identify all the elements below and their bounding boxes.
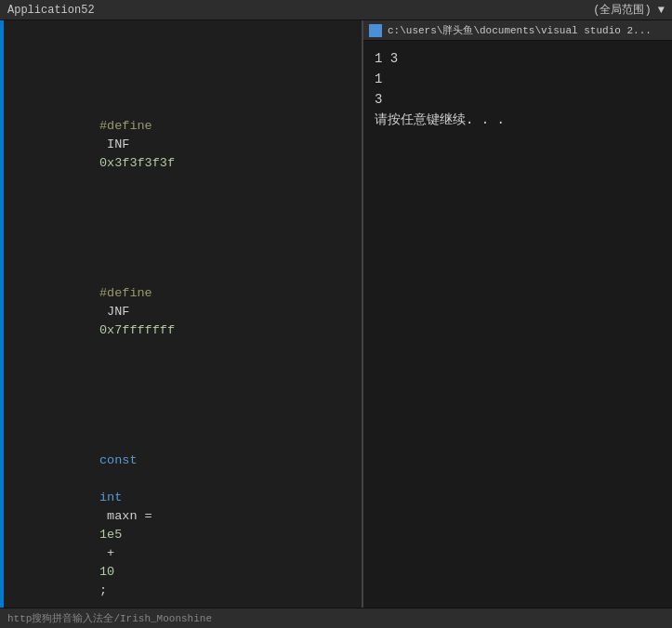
code-line-1: #define INF 0x3f3f3f3f (4, 98, 362, 191)
dropdown-arrow-icon: ▼ (658, 4, 665, 17)
app-title: Application52 (7, 4, 95, 17)
output-path: c:\users\胖头鱼\documents\visual studio 2..… (388, 23, 652, 37)
status-text: http搜狗拼音输入法全/Irish_Moonshine (7, 611, 212, 625)
output-line-2: 1 (375, 69, 661, 89)
code-editor-pane: #define INF 0x3f3f3f3f #define JNF 0x7ff… (4, 20, 362, 608)
output-line-3: 3 (375, 89, 661, 110)
output-line-4: 请按任意键继续. . . (375, 110, 661, 130)
code-line-2: #define JNF 0x7fffffff (4, 266, 362, 359)
title-bar: Application52 (全局范围) ▼ (0, 0, 672, 20)
output-titlebar: c:\users\胖头鱼\documents\visual studio 2..… (363, 20, 672, 41)
code-content: #define INF 0x3f3f3f3f #define JNF 0x7ff… (4, 20, 362, 608)
code-line-3: const int maxn = 1e5 + 10 ; (4, 433, 362, 608)
output-window-icon (369, 24, 382, 37)
status-bar: http搜狗拼音输入法全/Irish_Moonshine (0, 608, 672, 628)
scope-dropdown[interactable]: (全局范围) ▼ (593, 2, 665, 18)
output-content: 1 3 1 3 请按任意键继续. . . (363, 41, 672, 608)
output-pane: c:\users\胖头鱼\documents\visual studio 2..… (362, 20, 672, 608)
output-line-1: 1 3 (375, 48, 661, 69)
